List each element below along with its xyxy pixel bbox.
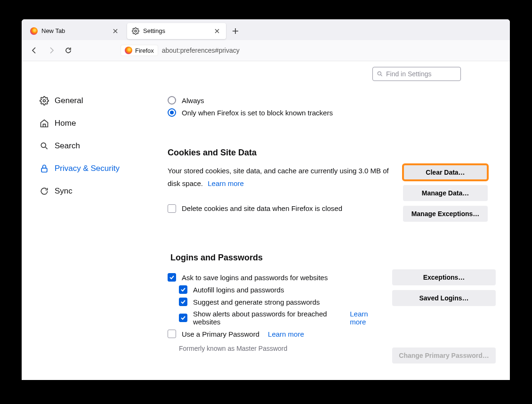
firefox-icon — [30, 27, 38, 35]
gear-icon — [132, 27, 139, 35]
home-icon — [40, 119, 49, 128]
cookies-description: Your stored cookies, site data, and cach… — [168, 167, 389, 187]
close-icon[interactable] — [111, 27, 120, 35]
checkbox-icon — [168, 330, 176, 338]
change-primary-password-button: Change Primary Password… — [392, 347, 496, 364]
url-text: about:preferences#privacy — [162, 47, 240, 54]
section-logins: Logins and Passwords Ask to save logins … — [168, 253, 496, 364]
primary-password-note: Formerly known as Master Password — [179, 345, 383, 352]
checkbox-ask-save[interactable]: Ask to save logins and passwords for web… — [168, 273, 383, 282]
tab-newtab[interactable]: New Tab — [25, 23, 124, 39]
checkbox-icon — [179, 314, 187, 322]
preferences-sidebar: General Home Search Privacy & Security S… — [22, 61, 144, 380]
checkbox-suggest-strong[interactable]: Suggest and generate strong passwords — [179, 298, 383, 306]
radio-always[interactable]: Always — [168, 96, 496, 105]
nav-toolbar: Firefox about:preferences#privacy — [22, 40, 510, 61]
url-identity-chip[interactable]: Firefox — [121, 45, 158, 56]
lock-icon — [40, 164, 49, 173]
search-icon — [40, 141, 49, 151]
radio-only-block-trackers[interactable]: Only when Firefox is set to block known … — [168, 108, 496, 117]
svg-point-0 — [135, 30, 137, 32]
section-title: Logins and Passwords — [170, 253, 496, 263]
search-input[interactable]: Find in Settings — [372, 67, 461, 81]
tab-label: Settings — [143, 27, 165, 34]
learn-more-link[interactable]: Learn more — [268, 330, 304, 338]
sidebar-item-privacy[interactable]: Privacy & Security — [40, 157, 144, 180]
section-cookies: Cookies and Site Data Your stored cookie… — [168, 148, 496, 222]
preferences-main: Find in Settings Always Only when Firefo… — [144, 61, 510, 380]
tab-settings[interactable]: Settings — [127, 23, 226, 39]
gear-icon — [40, 96, 49, 105]
browser-window: New Tab Settings — [22, 19, 510, 380]
url-bar[interactable]: Firefox about:preferences#privacy — [121, 43, 504, 58]
preferences-content: General Home Search Privacy & Security S… — [22, 61, 510, 380]
sidebar-item-search[interactable]: Search — [40, 135, 144, 157]
sidebar-item-home[interactable]: Home — [40, 112, 144, 135]
svg-point-1 — [43, 100, 46, 102]
radio-icon — [168, 96, 176, 105]
svg-point-2 — [41, 143, 46, 147]
learn-more-link[interactable]: Learn more — [208, 179, 244, 187]
manage-exceptions-button[interactable]: Manage Exceptions… — [403, 206, 488, 222]
saved-logins-button[interactable]: Saved Logins… — [392, 290, 496, 306]
reload-button[interactable] — [61, 43, 75, 57]
checkbox-icon — [179, 285, 187, 294]
search-icon — [377, 71, 383, 77]
clear-data-button[interactable]: Clear Data… — [403, 164, 488, 180]
svg-rect-3 — [41, 168, 47, 172]
manage-data-button[interactable]: Manage Data… — [403, 185, 488, 201]
sidebar-item-sync[interactable]: Sync — [40, 180, 144, 202]
tab-strip: New Tab Settings — [22, 19, 510, 40]
radio-icon — [168, 108, 176, 117]
checkbox-delete-on-close[interactable]: Delete cookies and site data when Firefo… — [168, 202, 394, 215]
checkbox-icon — [179, 298, 187, 306]
tab-label: New Tab — [41, 27, 65, 34]
sync-icon — [40, 186, 49, 196]
sidebar-item-general[interactable]: General — [40, 89, 144, 112]
checkbox-icon — [168, 204, 176, 213]
firefox-icon — [125, 47, 132, 54]
checkbox-breach-alerts[interactable]: Show alerts about passwords for breached… — [179, 310, 383, 326]
checkbox-autofill[interactable]: Autofill logins and passwords — [179, 285, 383, 294]
exceptions-button[interactable]: Exceptions… — [392, 269, 496, 285]
forward-button[interactable] — [44, 43, 58, 57]
learn-more-link[interactable]: Learn more — [350, 310, 383, 326]
checkbox-primary-password[interactable]: Use a Primary Password Learn more — [168, 330, 383, 338]
checkbox-icon — [168, 273, 176, 282]
svg-point-4 — [378, 72, 381, 75]
new-tab-button[interactable] — [229, 24, 242, 38]
back-button[interactable] — [27, 43, 41, 57]
close-icon[interactable] — [213, 27, 221, 35]
section-title: Cookies and Site Data — [168, 148, 496, 158]
